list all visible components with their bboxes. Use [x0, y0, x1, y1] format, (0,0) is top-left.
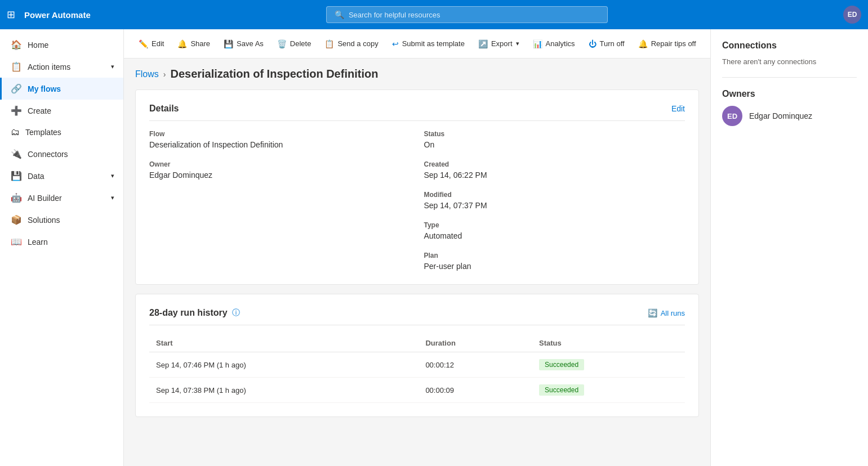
analytics-button[interactable]: 📊 Analytics [527, 36, 581, 52]
status-label: Status [424, 130, 686, 138]
panel-divider [722, 77, 857, 78]
owner-name: Edgar Dominquez [749, 111, 812, 120]
turn-off-label: Turn off [600, 39, 625, 48]
chevron-down-icon-ai: ▾ [111, 194, 114, 201]
run-history-header: 28-day run history ⓘ 🔄 All runs [149, 308, 685, 325]
sidebar-item-solutions[interactable]: 📦 Solutions [0, 209, 123, 231]
owner-value: Edgar Dominquez [149, 171, 411, 180]
breadcrumb: Flows › Deserialization of Inspection De… [135, 68, 699, 80]
export-icon: ↗️ [478, 39, 488, 48]
delete-label: Delete [290, 39, 311, 48]
sidebar-label-my-flows: My flows [28, 84, 61, 93]
action-items-icon: 📋 [11, 61, 22, 72]
run-history-title-row: 28-day run history ⓘ [149, 308, 240, 318]
sidebar-label-ai-builder: AI Builder [28, 194, 62, 203]
edit-button[interactable]: ✏️ Edit [133, 36, 170, 52]
run-history-card: 28-day run history ⓘ 🔄 All runs Start Du… [135, 294, 699, 417]
sidebar-item-create[interactable]: ➕ Create [0, 100, 123, 122]
table-row[interactable]: Sep 14, 07:46 PM (1 h ago) 00:00:12 Succ… [149, 352, 685, 378]
details-grid: Flow Deserialization of Inspection Defin… [149, 130, 685, 271]
share-label: Share [190, 39, 210, 48]
details-card: Details Edit Flow Deserialization of Ins… [135, 89, 699, 285]
sidebar-item-ai-builder[interactable]: 🤖 AI Builder ▾ [0, 187, 123, 209]
submit-template-icon: ↩ [392, 39, 399, 48]
chevron-down-icon: ▾ [111, 63, 114, 70]
run-start: Sep 14, 07:38 PM (1 h ago) [149, 378, 419, 403]
plan-label: Plan [424, 252, 686, 259]
share-button[interactable]: 🔔 Share [172, 36, 216, 52]
ai-builder-icon: 🤖 [11, 192, 22, 203]
export-chevron-icon: ▾ [516, 40, 519, 47]
sidebar-item-templates[interactable]: 🗂 Templates [0, 122, 123, 143]
created-value: Sep 14, 06:22 PM [424, 171, 686, 180]
run-start: Sep 14, 07:46 PM (1 h ago) [149, 352, 419, 378]
submit-template-button[interactable]: ↩ Submit as template [386, 36, 470, 52]
avatar[interactable]: ED [843, 6, 861, 24]
modified-label: Modified [424, 191, 686, 199]
sidebar-label-create: Create [28, 106, 51, 115]
sidebar-label-solutions: Solutions [28, 216, 60, 225]
sidebar-item-learn[interactable]: 📖 Learn [0, 231, 123, 253]
right-panel: Connections There aren't any connections… [710, 29, 868, 466]
owner-label: Owner [149, 160, 411, 168]
create-icon: ➕ [11, 105, 22, 116]
created-label: Created [424, 160, 686, 168]
send-copy-label: Send a copy [337, 39, 378, 48]
table-row[interactable]: Sep 14, 07:38 PM (1 h ago) 00:00:09 Succ… [149, 378, 685, 403]
search-icon: 🔍 [335, 10, 344, 19]
details-edit-link[interactable]: Edit [671, 104, 685, 113]
owners-title: Owners [722, 89, 857, 99]
info-icon[interactable]: ⓘ [232, 308, 240, 318]
app-name: Power Automate [24, 10, 91, 20]
col-duration: Duration [419, 334, 532, 352]
connections-empty-text: There aren't any connections [722, 57, 857, 66]
sidebar-label-learn: Learn [28, 238, 48, 247]
search-bar[interactable]: 🔍 Search for helpful resources [326, 6, 608, 23]
sidebar-item-action-items[interactable]: 📋 Action items ▾ [0, 56, 123, 78]
sidebar-item-connectors[interactable]: 🔌 Connectors [0, 143, 123, 165]
topbar: ⊞ Power Automate 🔍 Search for helpful re… [0, 0, 868, 29]
all-runs-button[interactable]: 🔄 All runs [648, 308, 685, 317]
sidebar-item-home[interactable]: 🏠 Home [0, 34, 123, 56]
analytics-icon: 📊 [533, 39, 542, 48]
repair-tips-button[interactable]: 🔔 Repair tips off [633, 36, 702, 52]
main-content: Flows › Deserialization of Inspection De… [124, 59, 710, 466]
sidebar-item-data[interactable]: 💾 Data ▾ [0, 165, 123, 187]
home-icon: 🏠 [11, 39, 22, 50]
analytics-label: Analytics [546, 39, 575, 48]
templates-icon: 🗂 [11, 127, 20, 137]
details-card-header: Details Edit [149, 104, 685, 121]
run-history-table: Start Duration Status Sep 14, 07:46 PM (… [149, 334, 685, 403]
connections-title: Connections [722, 41, 857, 51]
toolbar: ✏️ Edit 🔔 Share 💾 Save As 🗑️ Delete 📋 Se… [124, 29, 710, 59]
grid-icon[interactable]: ⊞ [7, 8, 15, 21]
type-value: Automated [424, 231, 686, 240]
edit-icon: ✏️ [139, 39, 148, 48]
col-start: Start [149, 334, 419, 352]
sidebar: 🏠 Home 📋 Action items ▾ 🔗 My flows ➕ Cre… [0, 29, 124, 466]
turn-off-icon: ⏻ [589, 39, 597, 48]
export-button[interactable]: ↗️ Export ▾ [473, 36, 525, 52]
send-copy-button[interactable]: 📋 Send a copy [319, 36, 384, 52]
my-flows-icon: 🔗 [11, 83, 22, 94]
save-as-label: Save As [237, 39, 264, 48]
col-status: Status [532, 334, 685, 352]
run-history-title: 28-day run history [149, 308, 228, 318]
app-body: 🏠 Home 📋 Action items ▾ 🔗 My flows ➕ Cre… [0, 29, 868, 466]
breadcrumb-flows-link[interactable]: Flows [135, 69, 159, 79]
submit-template-label: Submit as template [402, 39, 465, 48]
owner-avatar: ED [722, 106, 742, 126]
flow-value: Deserialization of Inspection Definition [149, 140, 411, 149]
all-runs-label: All runs [661, 309, 685, 317]
details-title: Details [149, 104, 179, 114]
repair-tips-label: Repair tips off [651, 39, 696, 48]
sidebar-label-home: Home [28, 41, 48, 50]
turn-off-button[interactable]: ⏻ Turn off [583, 36, 630, 52]
sidebar-label-data: Data [28, 172, 44, 181]
run-status: Succeeded [532, 352, 685, 378]
delete-button[interactable]: 🗑️ Delete [271, 36, 317, 52]
owner-row: ED Edgar Dominquez [722, 106, 857, 126]
sidebar-item-my-flows[interactable]: 🔗 My flows [0, 78, 123, 100]
save-as-button[interactable]: 💾 Save As [218, 36, 269, 52]
send-copy-icon: 📋 [324, 39, 334, 48]
